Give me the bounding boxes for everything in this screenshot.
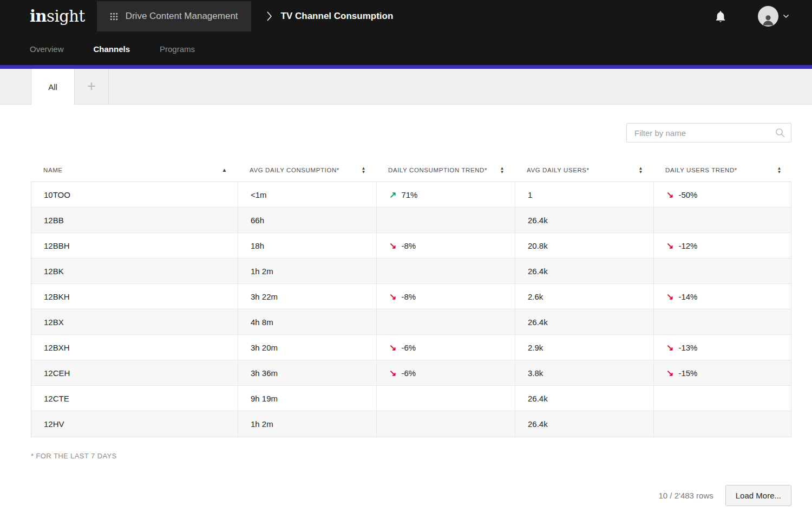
main-content: NAME▲AVG DAILY CONSUMPTION*▲▼DAILY CONSU… [0, 105, 812, 518]
trend-down-icon: ↘ [666, 241, 673, 251]
channel-name: 12BXH [44, 343, 70, 352]
name-cell: 12BB [31, 208, 238, 232]
trend-down-icon: ↘ [666, 368, 673, 378]
table-row[interactable]: 12BX4h 8m26.4k [31, 309, 791, 335]
table-row[interactable]: 12BK1h 2m26.4k [31, 258, 791, 284]
users-trend-cell: ↘-15% [653, 360, 791, 385]
nav-tab-overview[interactable]: Overview [30, 44, 64, 54]
trend-value: -6% [401, 368, 416, 378]
users-value: 2.6k [528, 292, 543, 301]
users-cell: 2.9k [515, 335, 653, 360]
consumption-value: 18h [251, 241, 264, 250]
trend-value: -15% [678, 368, 697, 378]
notifications-bell-icon[interactable] [715, 10, 726, 23]
users-trend-cell: ↘-50% [653, 182, 791, 207]
consumption-cell: 3h 36m [238, 360, 376, 385]
add-tab-button[interactable]: + [75, 69, 109, 104]
users-trend-cell [653, 411, 791, 437]
users-cell: 26.4k [515, 386, 653, 411]
nav-tab-programs[interactable]: Programs [160, 44, 195, 54]
consumption-value: 3h 20m [251, 343, 278, 352]
name-cell: 12BX [31, 309, 238, 334]
column-label: DAILY USERS TREND* [665, 167, 737, 173]
users-value: 2.9k [528, 343, 543, 352]
app-switcher-button[interactable]: Drive Content Management [97, 1, 251, 31]
column-label: AVG DAILY USERS* [527, 167, 590, 173]
filter-input[interactable] [626, 123, 791, 143]
users-trend-cell: ↘-14% [653, 284, 791, 309]
trend-value: -50% [678, 190, 697, 199]
table-row[interactable]: 12BXH3h 20m↘-6%2.9k↘-13% [31, 335, 791, 360]
pagination-row: 10 / 2'483 rows Load More... [31, 485, 791, 506]
consumption-trend-cell [376, 386, 515, 411]
users-trend-cell [653, 208, 791, 232]
trend-down-icon: ↘ [666, 342, 673, 353]
table-row[interactable]: 12BKH3h 22m↘-8%2.6k↘-14% [31, 284, 791, 309]
app-switcher-label: Drive Content Management [126, 11, 238, 22]
primary-nav: Overview Channels Programs [0, 33, 812, 65]
app-logo: insight [30, 7, 85, 25]
sort-toggle-icon[interactable]: ▲▼ [777, 166, 782, 174]
trend-down-icon: ↘ [389, 241, 396, 251]
table-row[interactable]: 10TOO<1m↗71%1↘-50% [31, 182, 791, 208]
column-header[interactable]: DAILY CONSUMPTION TREND*▲▼ [376, 166, 514, 174]
nav-tab-channels[interactable]: Channels [94, 44, 130, 54]
trend-value: -8% [401, 292, 416, 301]
trend-down-icon: ↘ [666, 190, 673, 200]
user-menu-button[interactable] [758, 6, 789, 27]
name-cell: 12BKH [31, 284, 238, 309]
chevron-down-icon [783, 14, 789, 18]
sort-ascending-icon[interactable]: ▲ [222, 167, 228, 173]
column-header[interactable]: NAME▲ [31, 167, 237, 173]
name-cell: 10TOO [31, 182, 238, 207]
logo-prefix: in [30, 7, 47, 25]
table-header-row: NAME▲AVG DAILY CONSUMPTION*▲▼DAILY CONSU… [31, 159, 791, 182]
consumption-trend-cell: ↗71% [376, 182, 515, 207]
column-label: DAILY CONSUMPTION TREND* [388, 167, 487, 173]
breadcrumb-chevron-icon [266, 11, 272, 22]
rows-count: 10 / 2'483 rows [659, 491, 713, 500]
consumption-cell: 66h [238, 208, 376, 232]
column-header[interactable]: AVG DAILY CONSUMPTION*▲▼ [237, 166, 376, 174]
consumption-cell: 18h [238, 233, 376, 258]
channel-name: 12BKH [44, 292, 70, 301]
column-header[interactable]: AVG DAILY USERS*▲▼ [514, 166, 653, 174]
users-value: 1 [528, 190, 532, 199]
tab-all[interactable]: All [31, 69, 75, 105]
table-row[interactable]: 12CTE9h 19m26.4k [31, 386, 791, 411]
trend-down-icon: ↘ [389, 342, 396, 353]
filter-box [626, 123, 791, 143]
consumption-value: 1h 2m [251, 419, 273, 429]
name-cell: 12CTE [31, 386, 238, 411]
sort-toggle-icon[interactable]: ▲▼ [500, 166, 505, 174]
consumption-trend-cell [376, 411, 515, 437]
load-more-button[interactable]: Load More... [725, 485, 791, 506]
logo-suffix: sight [47, 7, 85, 25]
consumption-value: 9h 19m [251, 394, 278, 403]
consumption-cell: 9h 19m [238, 386, 376, 411]
users-cell: 26.4k [515, 411, 653, 437]
consumption-cell: 4h 8m [238, 309, 376, 334]
consumption-value: 1h 2m [251, 267, 273, 276]
consumption-cell: <1m [238, 182, 376, 207]
sort-toggle-icon[interactable]: ▲▼ [638, 166, 643, 174]
users-cell: 26.4k [515, 309, 653, 334]
consumption-trend-cell: ↘-6% [376, 335, 515, 360]
trend-value: -14% [678, 292, 697, 301]
table-row[interactable]: 12BB66h26.4k [31, 208, 791, 233]
table-row[interactable]: 12HV1h 2m26.4k [31, 411, 791, 437]
consumption-cell: 1h 2m [238, 411, 376, 437]
avatar-icon [758, 6, 778, 27]
sort-toggle-icon[interactable]: ▲▼ [361, 166, 366, 174]
column-header[interactable]: DAILY USERS TREND*▲▼ [653, 166, 791, 174]
consumption-cell: 1h 2m [238, 258, 376, 283]
channel-name: 12BB [44, 216, 64, 225]
users-value: 26.4k [528, 267, 548, 276]
channel-name: 12HV [44, 419, 64, 429]
table-row[interactable]: 12BBH18h↘-8%20.8k↘-12% [31, 233, 791, 258]
consumption-trend-cell: ↘-8% [376, 233, 515, 258]
consumption-trend-cell [376, 258, 515, 283]
users-trend-cell [653, 309, 791, 334]
channel-name: 12CEH [44, 368, 70, 378]
table-row[interactable]: 12CEH3h 36m↘-6%3.8k↘-15% [31, 360, 791, 386]
